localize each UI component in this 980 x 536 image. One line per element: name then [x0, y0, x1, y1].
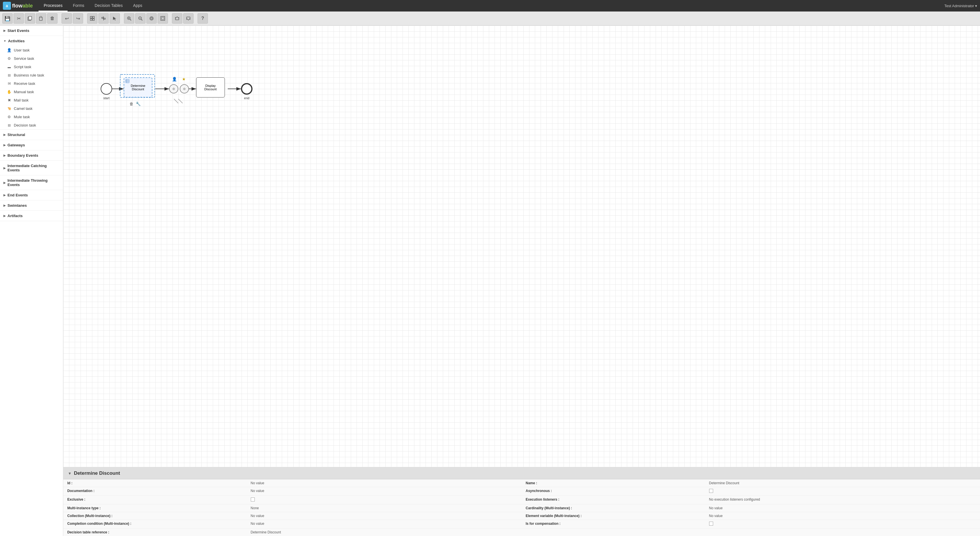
- prop-decision-ref-label: Decision table reference :: [63, 528, 247, 536]
- display-discount-task[interactable]: DisplayDiscount: [196, 77, 225, 97]
- sidebar-activities-header[interactable]: ▼ Activities: [0, 36, 63, 46]
- delete-task-icon[interactable]: 🗑: [129, 102, 134, 106]
- export1-button[interactable]: [172, 13, 182, 24]
- select-button[interactable]: [110, 13, 120, 24]
- end-event-circle: [241, 83, 253, 95]
- prop-row-exclusive: Exclusive : Execution listeners : No exe…: [63, 496, 980, 504]
- sidebar-boundary-events-header[interactable]: ▶ Boundary Events: [0, 150, 63, 161]
- fullscreen-button[interactable]: [158, 13, 168, 24]
- user-menu[interactable]: Test Administrator ▾: [944, 4, 977, 8]
- undo-button[interactable]: ↩: [62, 13, 72, 24]
- service-task-label: Service task: [14, 56, 34, 60]
- sidebar-artifacts-header[interactable]: ▶ Artifacts: [0, 211, 63, 221]
- sidebar-gateways-header[interactable]: ▶ Gateways: [0, 140, 63, 150]
- redo-button[interactable]: ↪: [73, 13, 83, 24]
- nav-forms[interactable]: Forms: [68, 0, 89, 11]
- sidebar-end-events-header[interactable]: ▶ End Events: [0, 190, 63, 200]
- sidebar-item-camel-task[interactable]: 🐪 Camel task: [0, 104, 63, 113]
- configure-task-icon[interactable]: 🔧: [136, 102, 141, 106]
- zoom-out-button[interactable]: [135, 13, 145, 24]
- sidebar-section-intermediate-throwing: ▶ Intermediate Throwing Events: [0, 175, 63, 190]
- prop-row-collection: Collection (Multi-instance) : No value E…: [63, 512, 980, 520]
- logo-icon: a: [3, 2, 11, 10]
- sidebar-item-service-task[interactable]: ⚙ Service task: [0, 54, 63, 63]
- sidebar-item-business-rule-task[interactable]: ▤ Business rule task: [0, 71, 63, 80]
- script-task-label: Script task: [14, 65, 31, 69]
- prop-row-id: Id : No value Name : Determine Discount: [63, 479, 980, 487]
- nav-decision-tables[interactable]: Decision Tables: [89, 0, 128, 11]
- properties-header: ▼ Determine Discount: [63, 468, 980, 479]
- sidebar-structural-header[interactable]: ▶ Structural: [0, 130, 63, 140]
- compensation-checkbox[interactable]: [709, 522, 713, 526]
- nav-items: Processes Forms Decision Tables Apps: [38, 0, 148, 11]
- exclusive-checkbox[interactable]: [251, 498, 255, 501]
- process-canvas[interactable]: start DetermineDiscount: [63, 25, 980, 467]
- sidebar-int-throwing-header[interactable]: ▶ Intermediate Throwing Events: [0, 175, 63, 190]
- svg-point-18: [150, 17, 153, 20]
- prop-collection-value: No value: [247, 512, 522, 520]
- user-task-icon: 👤: [7, 48, 11, 52]
- sidebar-item-script-task[interactable]: ▬ Script task: [0, 63, 63, 71]
- sidebar-int-catching-header[interactable]: ▶ Intermediate Catching Events: [0, 161, 63, 175]
- zoom-in-button[interactable]: [124, 13, 134, 24]
- determine-discount-task[interactable]: DetermineDiscount 🗑 🔧: [124, 77, 153, 97]
- properties-collapse-arrow[interactable]: ▼: [68, 471, 72, 476]
- prop-compensation-label: Is for compensation :: [522, 520, 705, 528]
- prop-multitype-label: Multi-instance type :: [63, 504, 247, 512]
- main-layout: ▶ Start Events ▼ Activities 👤 User task …: [0, 25, 980, 536]
- sidebar-swimlanes-header[interactable]: ▶ Swimlanes: [0, 200, 63, 210]
- cut-button[interactable]: ✂: [14, 13, 24, 24]
- sidebar-section-start-events: ▶ Start Events: [0, 25, 63, 36]
- prop-empty-label: [522, 528, 705, 536]
- gateway1-circle: ⊕: [169, 84, 178, 94]
- structural-label: Structural: [8, 132, 25, 137]
- svg-rect-21: [162, 17, 164, 19]
- receive-task-label: Receive task: [14, 81, 35, 86]
- sidebar: ▶ Start Events ▼ Activities 👤 User task …: [0, 25, 63, 536]
- int-catching-arrow: ▶: [3, 167, 6, 170]
- svg-rect-5: [92, 16, 94, 18]
- script-task-icon: ▬: [7, 65, 11, 69]
- async-checkbox[interactable]: [709, 489, 713, 493]
- prop-name-label: Name :: [522, 479, 705, 487]
- prop-exclusive-value: [247, 496, 522, 504]
- properties-title: Determine Discount: [74, 471, 120, 476]
- boundary-events-label: Boundary Events: [8, 153, 38, 157]
- prop-element-var-label: Element variable (Multi-instance) :: [522, 512, 705, 520]
- toolbar: 💾 ✂ 🗑 ↩ ↪: [0, 11, 980, 25]
- sidebar-item-manual-task[interactable]: ✋ Manual task: [0, 88, 63, 96]
- decision-task-icon: ▤: [7, 123, 11, 127]
- paste-button[interactable]: [36, 13, 46, 24]
- help-button[interactable]: ?: [197, 13, 208, 24]
- delete-button[interactable]: 🗑: [47, 13, 57, 24]
- sidebar-section-boundary-events: ▶ Boundary Events: [0, 150, 63, 161]
- sidebar-item-user-task[interactable]: 👤 User task: [0, 46, 63, 54]
- save-button[interactable]: 💾: [2, 13, 13, 24]
- gateways-label: Gateways: [8, 143, 25, 147]
- sidebar-item-decision-task[interactable]: ▤ Decision task: [0, 121, 63, 129]
- nav-apps[interactable]: Apps: [128, 0, 148, 11]
- gateway1-element[interactable]: ⊕: [169, 84, 178, 94]
- group-button[interactable]: [87, 13, 97, 24]
- zoom-fit-button[interactable]: [146, 13, 157, 24]
- prop-async-value: [705, 487, 980, 496]
- nav-processes[interactable]: Processes: [38, 0, 68, 11]
- start-event-circle: [101, 83, 112, 95]
- receive-task-icon: ✉: [7, 81, 11, 86]
- align-button[interactable]: [99, 13, 109, 24]
- structural-arrow: ▶: [3, 133, 6, 136]
- sidebar-item-mule-task[interactable]: ⚙ Mule task: [0, 113, 63, 121]
- export2-button[interactable]: [183, 13, 194, 24]
- start-event-element[interactable]: start: [101, 83, 112, 95]
- sidebar-start-events-header[interactable]: ▶ Start Events: [0, 25, 63, 36]
- svg-rect-20: [161, 16, 165, 21]
- properties-table: Id : No value Name : Determine Discount …: [63, 479, 980, 536]
- logo[interactable]: a flowable: [3, 2, 33, 10]
- copy-button[interactable]: [25, 13, 35, 24]
- end-event-element[interactable]: end: [241, 83, 253, 95]
- sidebar-item-receive-task[interactable]: ✉ Receive task: [0, 80, 63, 88]
- gateway2-element[interactable]: ⊕: [180, 84, 189, 94]
- svg-rect-30: [126, 80, 129, 83]
- svg-rect-4: [90, 16, 92, 18]
- sidebar-item-mail-task[interactable]: ✖ Mail task: [0, 96, 63, 104]
